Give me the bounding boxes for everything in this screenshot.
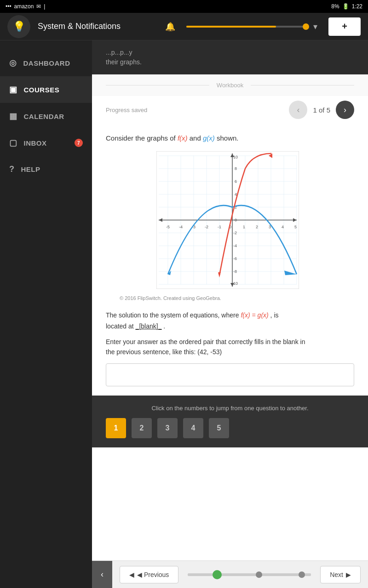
pagination-controls: ‹ 1 of 5 › [289, 101, 354, 119]
math-graph: 0 -1 -2 -3 -4 -5 1 2 3 4 5 0 2 4 [156, 151, 299, 289]
solution-intro: The solution to the system of equations,… [106, 311, 241, 319]
svg-text:-4: -4 [179, 225, 183, 229]
svg-text:6: 6 [235, 179, 237, 184]
answer-input[interactable] [106, 363, 354, 386]
svg-text:-8: -8 [233, 269, 237, 274]
bottom-nav: ‹ ◀ ◀ Previous Next ▶ [92, 560, 368, 588]
calendar-icon: ▦ [9, 111, 17, 121]
sidebar-item-dashboard[interactable]: ◎ DASHBOARD [0, 50, 92, 76]
question-shown: shown. [217, 134, 239, 142]
question-number-1[interactable]: 1 [106, 418, 126, 438]
solution-period: . [163, 322, 165, 330]
sidebar-label-courses: COURSES [24, 86, 60, 94]
fx-label: f(x) [178, 134, 188, 142]
solution-equation: f(x) = g(x) [241, 311, 268, 319]
question-number-3[interactable]: 3 [157, 418, 178, 438]
workbook-label: Workbook [217, 82, 243, 89]
svg-text:2: 2 [256, 225, 258, 229]
graph-container: 0 -1 -2 -3 -4 -5 1 2 3 4 5 0 2 4 [156, 151, 304, 291]
question-number-5[interactable]: 5 [209, 418, 229, 438]
help-icon: ? [9, 164, 15, 174]
mail-icon: ✉ [36, 3, 41, 10]
amazon-icon: amazon [14, 3, 34, 10]
svg-text:-1: -1 [218, 225, 221, 229]
app-header: 💡 System & Notifications 🔔 ▾ + [0, 13, 368, 40]
gx-label: g(x) [203, 134, 215, 142]
bell-icon[interactable]: 🔔 [165, 22, 175, 32]
chevron-down-icon[interactable]: ▾ [313, 22, 317, 32]
sidebar-item-courses[interactable]: ▣ COURSES [0, 76, 92, 103]
progress-track-fill [188, 573, 311, 576]
svg-text:10: 10 [233, 155, 238, 159]
svg-text:1: 1 [243, 225, 245, 229]
svg-text:-2: -2 [233, 231, 237, 235]
page-indicator: 1 of 5 [313, 106, 330, 114]
question-numbers: 1 2 3 4 5 [106, 418, 354, 438]
question-nav-panel: Click on the numbers to jump from one qu… [92, 396, 368, 447]
sidebar-item-help[interactable]: ? HELP [0, 156, 92, 182]
sidebar-item-inbox[interactable]: ▢ INBOX 7 [0, 130, 92, 156]
next-label: Next [330, 571, 343, 578]
progress-track [188, 573, 311, 576]
instructions-text: Enter your answer as the ordered pair th… [106, 337, 354, 357]
total-pages: 5 [327, 106, 330, 114]
question-and: and [190, 134, 203, 142]
dark-banner: ...p...p...ytheir graphs. [92, 40, 368, 74]
logo-icon: 💡 [13, 21, 25, 33]
sidebar-label-calendar: CALENDAR [24, 113, 64, 120]
divider-right [251, 85, 354, 85]
app-logo: 💡 [7, 15, 30, 38]
header-progress-bar [186, 26, 306, 28]
sidebar-label-help: HELP [21, 165, 40, 173]
prev-page-button[interactable]: ‹ [289, 101, 307, 119]
previous-arrow: ◀ [129, 571, 134, 578]
question-number-2[interactable]: 2 [132, 418, 152, 438]
next-button[interactable]: Next ▶ [320, 566, 361, 583]
status-dots: ••• [6, 3, 12, 10]
svg-text:-10: -10 [232, 281, 238, 286]
header-add-button[interactable]: + [328, 17, 361, 36]
back-button[interactable]: ‹ [92, 561, 112, 588]
header-progress-dot [303, 23, 309, 30]
question-nav-hint: Click on the numbers to jump from one qu… [106, 405, 354, 412]
progress-row: Progress saved ‹ 1 of 5 › [92, 96, 368, 124]
inbox-badge: 7 [75, 139, 83, 147]
courses-icon: ▣ [9, 85, 17, 95]
main-layout: ◎ DASHBOARD ▣ COURSES ▦ CALENDAR ▢ INBOX… [0, 40, 368, 588]
notification-icon: | [44, 3, 45, 10]
battery-icon: 🔋 [342, 3, 349, 10]
svg-text:5: 5 [294, 225, 297, 229]
question-intro: Consider the graphs of [106, 134, 178, 142]
inbox-icon: ▢ [9, 138, 17, 148]
previous-label: ◀ Previous [137, 571, 169, 578]
question-number-4[interactable]: 4 [183, 418, 203, 438]
previous-button[interactable]: ◀ ◀ Previous [120, 566, 178, 583]
divider-left [106, 85, 209, 85]
svg-text:0: 0 [235, 218, 237, 222]
sidebar-label-dashboard: DASHBOARD [23, 59, 70, 67]
add-icon: + [342, 21, 347, 32]
next-arrow: ▶ [346, 571, 351, 578]
current-page: 1 [313, 106, 316, 114]
sidebar: ◎ DASHBOARD ▣ COURSES ▦ CALENDAR ▢ INBOX… [0, 40, 92, 588]
time-display: 1:22 [352, 3, 362, 10]
solution-text: The solution to the system of equations,… [106, 310, 354, 332]
progress-saved-text: Progress saved [106, 107, 147, 113]
status-left: ••• amazon ✉ | [6, 3, 45, 10]
workbook-divider: Workbook [92, 74, 368, 96]
svg-text:4: 4 [282, 225, 284, 229]
battery-level: 8% [331, 3, 339, 10]
progress-dot-mid [256, 571, 262, 578]
progress-dot-active [213, 570, 222, 579]
graph-credit: © 2016 FlipSwitch. Created using GeoGebr… [120, 295, 354, 301]
question-text: Consider the graphs of f(x) and g(x) sho… [106, 133, 354, 144]
sidebar-label-inbox: INBOX [24, 139, 47, 147]
content-area: ...p...p...ytheir graphs. Workbook Progr… [92, 40, 368, 588]
next-page-button[interactable]: › [336, 101, 354, 119]
progress-dot-end [299, 571, 305, 578]
sidebar-item-calendar[interactable]: ▦ CALENDAR [0, 103, 92, 130]
dashboard-icon: ◎ [9, 58, 17, 68]
solution-blank: _[blank]_ [136, 322, 162, 330]
svg-text:8: 8 [235, 166, 237, 171]
svg-text:-2: -2 [205, 225, 208, 229]
